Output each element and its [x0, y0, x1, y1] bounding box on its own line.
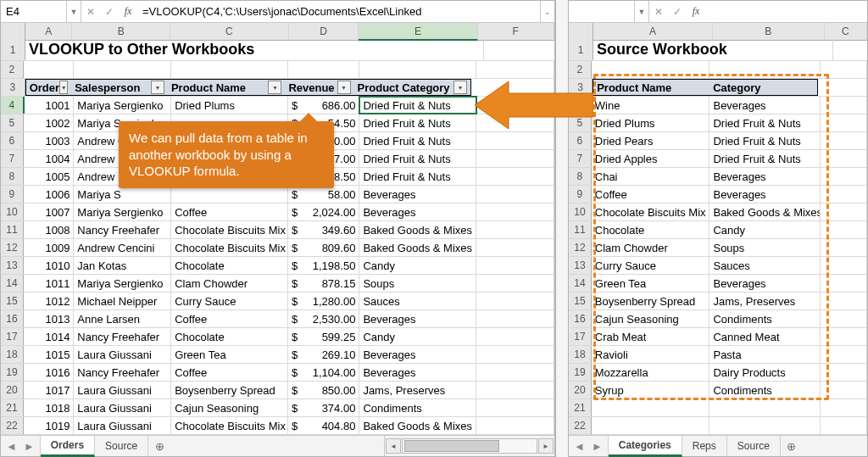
name-box-dropdown[interactable]: ▼: [635, 1, 649, 22]
row-header[interactable]: 8: [569, 168, 592, 185]
row-header[interactable]: 17: [1, 328, 24, 345]
enter-icon[interactable]: ✓: [668, 1, 687, 22]
row-header[interactable]: 18: [569, 346, 592, 363]
table-header[interactable]: Product Category▼: [354, 79, 471, 96]
cell-salesperson[interactable]: Mariya Sergienko: [74, 275, 171, 292]
cell-category[interactable]: Sauces: [709, 257, 821, 274]
cell[interactable]: [821, 168, 867, 185]
new-sheet-button[interactable]: ⊕: [148, 436, 170, 456]
cell-salesperson[interactable]: Mariya S: [74, 186, 171, 203]
row-header[interactable]: 13: [1, 257, 24, 274]
cell[interactable]: [476, 399, 554, 416]
cell[interactable]: [24, 61, 75, 78]
cancel-icon[interactable]: ✕: [81, 1, 100, 22]
cell-order[interactable]: 1004: [24, 150, 75, 167]
cell-revenue[interactable]: $404.80: [288, 417, 359, 434]
name-box[interactable]: [569, 1, 635, 22]
cell-product[interactable]: Chocolate Biscuits Mix: [171, 239, 288, 256]
row-header[interactable]: 6: [569, 132, 592, 149]
cell-salesperson[interactable]: Laura Giussani: [74, 399, 171, 416]
row-header[interactable]: 9: [569, 186, 592, 203]
cell[interactable]: [821, 310, 867, 327]
row-header[interactable]: 22: [1, 417, 24, 434]
cell-category[interactable]: Condiments: [709, 310, 821, 327]
scroll-left-icon[interactable]: ◄: [386, 438, 401, 454]
row-header[interactable]: 13: [569, 257, 592, 274]
cell-order[interactable]: 1003: [24, 132, 75, 149]
row-header[interactable]: 1: [1, 39, 25, 60]
cell-category[interactable]: Beverages: [359, 186, 476, 203]
enter-icon[interactable]: ✓: [100, 1, 119, 22]
cell-category[interactable]: Dried Fruit & Nuts: [359, 168, 476, 185]
cell-order[interactable]: 1010: [24, 257, 75, 274]
cell[interactable]: [821, 417, 867, 434]
cell-product[interactable]: Cajun Seasoning: [171, 399, 288, 416]
cell[interactable]: [476, 168, 554, 185]
cell-category[interactable]: Beverages: [709, 275, 821, 292]
tab-nav[interactable]: ◄►: [569, 436, 609, 456]
cell-salesperson[interactable]: Laura Giussani: [74, 346, 171, 363]
cell-product[interactable]: Coffee: [171, 310, 288, 327]
row-header[interactable]: 11: [569, 221, 592, 238]
cell-product[interactable]: Chai: [592, 168, 710, 185]
cell[interactable]: [476, 328, 554, 345]
cell[interactable]: [821, 203, 867, 220]
cell-category[interactable]: Pasta: [709, 346, 821, 363]
insert-function-button[interactable]: fx: [119, 1, 137, 22]
name-box[interactable]: E4: [1, 1, 67, 22]
cell-product[interactable]: Chocolate: [171, 257, 288, 274]
row-header[interactable]: 15: [569, 293, 592, 309]
cell-category[interactable]: Dried Fruit & Nuts: [359, 97, 476, 114]
cell-salesperson[interactable]: Jan Kotas: [74, 257, 171, 274]
cell-category[interactable]: Baked Goods & Mixes: [359, 417, 476, 434]
col-header-D[interactable]: D: [289, 23, 359, 40]
cell-order[interactable]: 1008: [24, 221, 75, 238]
cell[interactable]: [821, 328, 867, 345]
cell[interactable]: [821, 97, 867, 114]
cell[interactable]: [821, 275, 867, 292]
cell-salesperson[interactable]: Mariya Sergienko: [74, 203, 171, 220]
sheet-tab-source[interactable]: Source: [95, 436, 148, 456]
cell-salesperson[interactable]: Anne Larsen: [74, 310, 171, 327]
row-header[interactable]: 22: [569, 417, 592, 434]
scroll-track[interactable]: [402, 438, 537, 454]
row-header[interactable]: 18: [1, 346, 24, 363]
col-header-B[interactable]: B: [72, 23, 170, 40]
cell-category[interactable]: Condiments: [709, 382, 821, 398]
cell[interactable]: [476, 382, 554, 398]
cell[interactable]: [821, 61, 867, 78]
cell[interactable]: [592, 417, 710, 434]
cell-revenue[interactable]: $2,530.00: [288, 310, 359, 327]
row-header[interactable]: 12: [1, 239, 24, 256]
grid-left[interactable]: 1VLOOKUP to Other Workbooks23Order▼Sales…: [1, 39, 554, 436]
row-header[interactable]: 3: [1, 79, 25, 96]
cell[interactable]: [476, 417, 554, 434]
cell-product[interactable]: Wine: [592, 97, 710, 114]
cell-product[interactable]: Dried Plums: [592, 114, 710, 131]
cell-order[interactable]: 1015: [24, 346, 75, 363]
insert-function-button[interactable]: fx: [687, 1, 705, 22]
cell-category[interactable]: Candy: [709, 221, 821, 238]
cell-order[interactable]: 1017: [24, 382, 75, 398]
cell[interactable]: [476, 132, 554, 149]
cell-salesperson[interactable]: Nancy Freehafer: [74, 221, 171, 238]
filter-icon[interactable]: ▼: [59, 81, 68, 94]
cell-product[interactable]: Boysenberry Spread: [171, 382, 288, 398]
row-header[interactable]: 12: [569, 239, 592, 256]
scroll-right-icon[interactable]: ►: [538, 438, 554, 454]
cell-category[interactable]: Jams, Preserves: [709, 293, 821, 309]
cell-category[interactable]: Baked Goods & Mixes: [359, 239, 476, 256]
cell-product[interactable]: Curry Sauce: [592, 257, 710, 274]
cell[interactable]: [709, 417, 821, 434]
cell-revenue[interactable]: $269.10: [288, 346, 359, 363]
row-header[interactable]: 16: [569, 310, 592, 327]
sheet-tab-categories[interactable]: Categories: [609, 436, 682, 457]
cell[interactable]: [476, 239, 554, 256]
cell-category[interactable]: Beverages: [709, 97, 821, 114]
cell[interactable]: [476, 364, 554, 381]
row-header[interactable]: 11: [1, 221, 24, 238]
cell-category[interactable]: Beverages: [709, 168, 821, 185]
cell[interactable]: [476, 257, 554, 274]
cell[interactable]: [821, 186, 867, 203]
cell[interactable]: [821, 399, 867, 416]
